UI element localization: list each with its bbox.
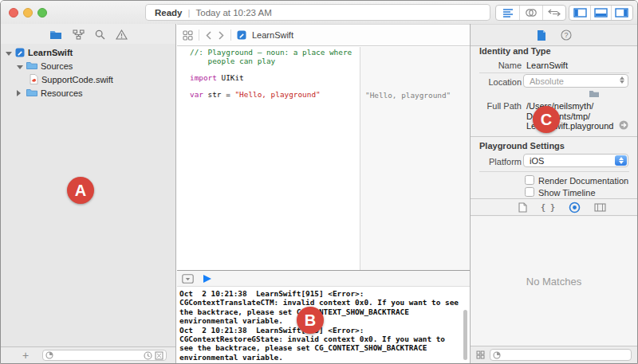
- playground-doc-icon: [237, 30, 246, 40]
- toggle-debug-area-button[interactable]: [590, 6, 611, 20]
- panel-left-icon: [573, 8, 587, 18]
- object-library-icon[interactable]: [569, 202, 581, 213]
- inspector-panel: ? Identity and Type Name LearnSwift Loca…: [470, 24, 637, 363]
- library-grid-view-icon[interactable]: [476, 350, 485, 359]
- tree-item-label: SupportCode.swift: [41, 75, 113, 84]
- code-line[interactable]: import UIKit: [190, 74, 360, 83]
- choose-folder-icon[interactable]: [589, 89, 600, 98]
- console-line: the backtrace, please set CG_CONTEXT_SHO…: [179, 307, 470, 316]
- location-dropdown[interactable]: Absolute: [523, 74, 628, 88]
- execute-play-button[interactable]: [203, 275, 211, 283]
- file-template-library-icon[interactable]: [518, 202, 527, 213]
- console-line: environmental variable.: [179, 353, 470, 362]
- library-selector-bar: { }: [471, 198, 637, 216]
- unsaved-files-filter-icon[interactable]: [155, 351, 163, 360]
- name-value[interactable]: LearnSwift: [526, 61, 568, 70]
- render-documentation-label: Render Documentation: [538, 176, 628, 186]
- version-editor-button[interactable]: [542, 6, 565, 20]
- assistant-editor-button[interactable]: [519, 6, 542, 20]
- jump-bar: LearnSwift: [177, 24, 470, 46]
- jumpbar-file-name[interactable]: LearnSwift: [252, 30, 293, 40]
- show-timeline-checkbox[interactable]: [525, 187, 534, 197]
- console-scrollbar[interactable]: [463, 310, 467, 360]
- chevron-left-icon[interactable]: [205, 30, 212, 41]
- platform-value: iOS: [530, 156, 544, 166]
- project-navigator-tab[interactable]: [49, 29, 62, 41]
- playground-file-icon: [15, 48, 25, 57]
- align-lines-icon: [502, 8, 514, 18]
- dropdown-stepper-icon: [620, 76, 624, 84]
- add-item-button[interactable]: +: [22, 350, 29, 361]
- related-items-icon[interactable]: [183, 30, 193, 41]
- console-line: CGContextRestoreGState: invalid context …: [179, 335, 470, 343]
- console-line: environmental variable.: [179, 316, 470, 325]
- console-output[interactable]: Oct 2 10:21:38 LearnSwift[915] <Error>:C…: [177, 287, 470, 362]
- editor-area: LearnSwift //: Playground — noun: a plac…: [177, 24, 470, 363]
- disclosure-triangle-icon[interactable]: [17, 88, 25, 98]
- library-filter-bar: [471, 346, 637, 363]
- library-content-panel: No Matches: [471, 217, 637, 346]
- toggle-navigator-button[interactable]: [569, 6, 590, 20]
- tree-row[interactable]: SupportCode.swift: [1, 72, 175, 86]
- jumpbar-divider: [199, 29, 199, 41]
- issue-navigator-tab[interactable]: [116, 29, 128, 41]
- symbol-navigator-tab[interactable]: [73, 29, 85, 41]
- swift-file-icon: [30, 74, 38, 84]
- location-value: Absolute: [530, 76, 564, 86]
- tree-row[interactable]: Sources: [1, 59, 175, 72]
- filter-icon: [45, 351, 53, 359]
- hide-console-icon[interactable]: [182, 274, 194, 284]
- titlebar: Ready | Today at 10:23 AM: [1, 1, 637, 24]
- jumpbar-divider: [230, 29, 231, 41]
- zoom-window-button[interactable]: [37, 8, 47, 18]
- search-navigator-tab[interactable]: [95, 29, 105, 41]
- code-line[interactable]: people can play: [190, 57, 360, 66]
- media-library-icon[interactable]: [594, 203, 606, 212]
- code-snippet-library-icon[interactable]: { }: [541, 203, 555, 212]
- location-label: Location: [471, 77, 522, 87]
- console-line: CGContextTranslateCTM: invalid context 0…: [179, 298, 470, 307]
- folder-icon: [26, 88, 37, 97]
- platform-dropdown[interactable]: iOS: [523, 154, 628, 167]
- navigator-filter-bar: +: [1, 346, 175, 363]
- result-value[interactable]: "Hello, playground": [365, 91, 451, 100]
- tree-row[interactable]: Resources: [1, 86, 175, 100]
- disclosure-triangle-icon[interactable]: [6, 48, 14, 57]
- reveal-arrow-icon[interactable]: [619, 120, 628, 130]
- code-line[interactable]: var str = "Hello, playground": [190, 91, 360, 100]
- divider: [479, 72, 629, 73]
- library-search-field[interactable]: [490, 349, 632, 361]
- render-documentation-checkbox[interactable]: [525, 175, 534, 185]
- svg-text:?: ?: [564, 31, 568, 39]
- full-path-label: Full Path: [471, 101, 522, 111]
- name-label: Name: [471, 61, 522, 70]
- quick-help-tab-icon[interactable]: ?: [561, 29, 572, 41]
- code-pane[interactable]: //: Playground — noun: a place where peo…: [177, 47, 360, 270]
- console-line: see the backtrace, please set CG_CONTEXT…: [179, 343, 470, 352]
- console-line: Oct 2 10:21:38 LearnSwift[915] <Error>:: [179, 289, 470, 298]
- section-title-settings: Playground Settings: [479, 141, 565, 151]
- warning-triangle-icon: [116, 29, 128, 40]
- xcode-window: Ready | Today at 10:23 AM: [0, 0, 638, 364]
- standard-editor-button[interactable]: [496, 6, 519, 20]
- filter-icon: [493, 351, 501, 359]
- status-message: Today at 10:23 AM: [196, 8, 272, 18]
- search-icon: [95, 29, 105, 40]
- section-title-identity: Identity and Type: [479, 46, 551, 56]
- tree-row[interactable]: LearnSwift: [1, 45, 175, 59]
- disclosure-triangle-icon[interactable]: [17, 61, 25, 71]
- navigator-filter-field[interactable]: [42, 350, 167, 361]
- show-timeline-label: Show Timeline: [538, 188, 596, 198]
- panel-bottom-icon: [594, 8, 608, 18]
- file-inspector-tab-icon[interactable]: [537, 29, 546, 41]
- toggle-inspector-button[interactable]: [611, 6, 632, 20]
- folder-icon: [26, 61, 37, 70]
- tree-item-label: Sources: [41, 61, 73, 71]
- minimize-window-button[interactable]: [23, 8, 33, 18]
- chevron-right-icon[interactable]: [218, 30, 225, 41]
- recent-files-clock-icon[interactable]: [144, 351, 152, 360]
- workspace-view-buttons: [569, 5, 633, 21]
- annotation-badge-b: B: [297, 307, 324, 334]
- library-empty-message: No Matches: [526, 276, 581, 288]
- close-window-button[interactable]: [9, 8, 18, 18]
